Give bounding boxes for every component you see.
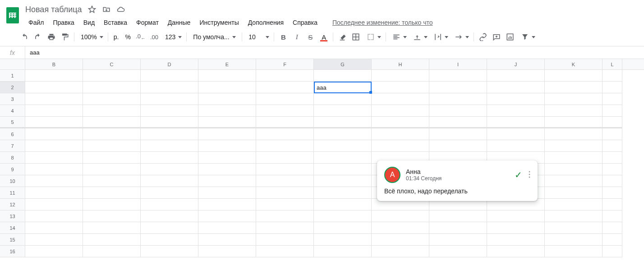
- row-header[interactable]: 16: [0, 246, 25, 257]
- cell[interactable]: [372, 105, 429, 117]
- cell[interactable]: [25, 105, 83, 117]
- cell[interactable]: [256, 82, 314, 93]
- cell[interactable]: [256, 246, 314, 257]
- font-dropdown[interactable]: По умолча...: [189, 31, 239, 43]
- cell[interactable]: [83, 117, 141, 128]
- cell[interactable]: [314, 128, 372, 140]
- cell[interactable]: [314, 175, 372, 187]
- more-formats-dropdown[interactable]: 123: [161, 31, 184, 43]
- cell[interactable]: [83, 175, 141, 187]
- fill-color-button[interactable]: [336, 31, 349, 43]
- cell[interactable]: [487, 222, 545, 234]
- cell[interactable]: [545, 234, 603, 246]
- font-size-dropdown[interactable]: 10: [245, 31, 271, 43]
- cell[interactable]: [25, 70, 83, 82]
- cell[interactable]: [83, 105, 141, 117]
- col-header[interactable]: E: [198, 59, 256, 69]
- cell[interactable]: [256, 105, 314, 117]
- col-header[interactable]: L: [603, 59, 622, 69]
- col-header[interactable]: G: [314, 59, 372, 69]
- cell[interactable]: [487, 105, 545, 117]
- col-header[interactable]: F: [256, 59, 314, 69]
- insert-comment-button[interactable]: [490, 31, 503, 43]
- col-header[interactable]: H: [372, 59, 429, 69]
- cell[interactable]: [545, 187, 603, 199]
- filter-dropdown[interactable]: [517, 31, 537, 43]
- text-wrap-dropdown[interactable]: [430, 31, 450, 43]
- cell[interactable]: [198, 70, 256, 82]
- cell[interactable]: [141, 105, 198, 117]
- cell[interactable]: [256, 128, 314, 140]
- cell[interactable]: [256, 152, 314, 164]
- cell[interactable]: [372, 210, 429, 222]
- cell[interactable]: [429, 210, 487, 222]
- menu-file[interactable]: Файл: [25, 17, 47, 28]
- cell[interactable]: [603, 175, 622, 187]
- cell[interactable]: [429, 140, 487, 152]
- horizontal-align-dropdown[interactable]: [389, 31, 409, 43]
- row-header[interactable]: 9: [0, 164, 25, 175]
- cell[interactable]: [83, 210, 141, 222]
- cell[interactable]: [83, 222, 141, 234]
- cloud-icon[interactable]: [116, 5, 125, 14]
- col-header[interactable]: D: [141, 59, 198, 69]
- cell[interactable]: [603, 105, 622, 117]
- cell[interactable]: [372, 222, 429, 234]
- menu-edit[interactable]: Правка: [50, 17, 77, 28]
- cell[interactable]: [603, 187, 622, 199]
- cell[interactable]: [83, 128, 141, 140]
- menu-addons[interactable]: Дополнения: [245, 17, 287, 28]
- cell[interactable]: [545, 70, 603, 82]
- cell[interactable]: [198, 128, 256, 140]
- cell[interactable]: [314, 234, 372, 246]
- cell[interactable]: [25, 187, 83, 199]
- undo-button[interactable]: [18, 31, 31, 43]
- cell[interactable]: [198, 93, 256, 105]
- cell[interactable]: [256, 70, 314, 82]
- row-header[interactable]: 8: [0, 152, 25, 164]
- cell[interactable]: [314, 117, 372, 128]
- cell[interactable]: [198, 140, 256, 152]
- cell[interactable]: [198, 246, 256, 257]
- row-header[interactable]: 4: [0, 105, 25, 117]
- cell[interactable]: [141, 128, 198, 140]
- cell[interactable]: [256, 222, 314, 234]
- cell[interactable]: [141, 222, 198, 234]
- cell[interactable]: [141, 164, 198, 175]
- cell[interactable]: [198, 175, 256, 187]
- cell[interactable]: [487, 70, 545, 82]
- cell[interactable]: [198, 187, 256, 199]
- cell[interactable]: [198, 222, 256, 234]
- text-rotation-dropdown[interactable]: [451, 31, 471, 43]
- document-title[interactable]: Новая таблица: [25, 5, 82, 14]
- cell[interactable]: [603, 70, 622, 82]
- row-header[interactable]: 13: [0, 210, 25, 222]
- redo-button[interactable]: [32, 31, 44, 43]
- cell[interactable]: [372, 140, 429, 152]
- cell[interactable]: [141, 82, 198, 93]
- zoom-dropdown[interactable]: 100%: [77, 31, 105, 43]
- cell[interactable]: [314, 187, 372, 199]
- cell[interactable]: [83, 187, 141, 199]
- cell[interactable]: [314, 222, 372, 234]
- cell[interactable]: [25, 82, 83, 93]
- cell[interactable]: [429, 70, 487, 82]
- cell[interactable]: [545, 140, 603, 152]
- cell[interactable]: [545, 246, 603, 257]
- cell[interactable]: [25, 199, 83, 210]
- row-header[interactable]: 10: [0, 175, 25, 187]
- decrease-decimal-button[interactable]: .0←: [134, 31, 147, 43]
- cell[interactable]: [545, 175, 603, 187]
- row-header[interactable]: 6: [0, 128, 25, 140]
- cell[interactable]: [545, 152, 603, 164]
- cell[interactable]: [603, 210, 622, 222]
- cell[interactable]: [372, 82, 429, 93]
- cell[interactable]: [25, 152, 83, 164]
- cell[interactable]: [545, 117, 603, 128]
- cell[interactable]: [372, 70, 429, 82]
- cell[interactable]: [545, 82, 603, 93]
- bold-button[interactable]: B: [277, 31, 290, 43]
- insert-chart-button[interactable]: [504, 31, 516, 43]
- cell[interactable]: [25, 175, 83, 187]
- insert-link-button[interactable]: [477, 31, 489, 43]
